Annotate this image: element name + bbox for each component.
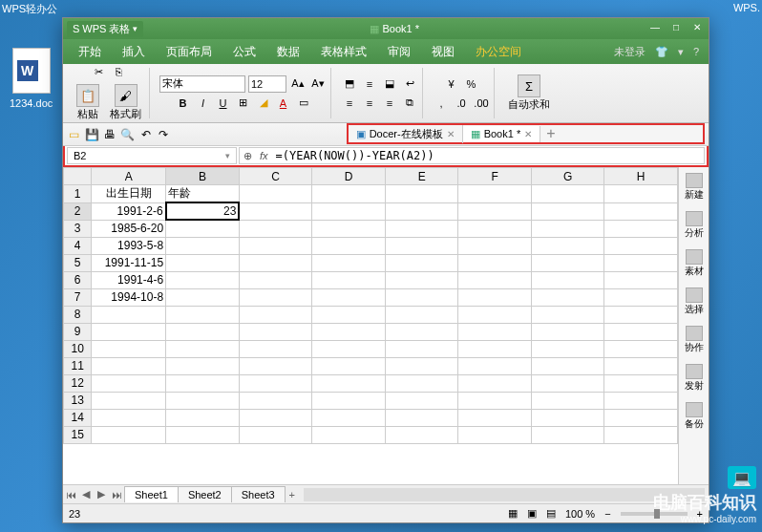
column-header[interactable]: B (166, 168, 240, 185)
italic-icon[interactable]: I (195, 95, 212, 112)
zoom-out-icon[interactable]: − (604, 508, 610, 520)
select-all-corner[interactable] (64, 168, 92, 185)
side-panel-item[interactable]: 新建 (683, 171, 706, 203)
side-panel-item[interactable]: 发射 (683, 362, 706, 394)
redo-icon[interactable]: ↷ (157, 126, 171, 143)
align-center-icon[interactable]: ≡ (361, 95, 378, 112)
cell[interactable] (604, 288, 678, 306)
print-icon[interactable]: 🖶 (103, 126, 117, 143)
cell[interactable] (458, 392, 531, 409)
cell[interactable] (458, 340, 531, 357)
cell[interactable] (239, 271, 312, 288)
cell[interactable] (92, 306, 166, 323)
format-painter-button[interactable]: 🖌 格式刷 (106, 82, 145, 123)
cell[interactable] (312, 237, 386, 254)
cell[interactable] (385, 288, 457, 306)
cell[interactable] (166, 306, 240, 323)
cell[interactable] (239, 357, 312, 374)
align-bottom-icon[interactable]: ⬓ (381, 75, 398, 93)
row-header[interactable]: 10 (64, 340, 92, 357)
menu-page-layout[interactable]: 页面布局 (157, 41, 222, 63)
cell[interactable] (92, 374, 166, 392)
cell[interactable] (239, 237, 312, 254)
cell[interactable]: 出生日期 (92, 185, 166, 203)
align-middle-icon[interactable]: ≡ (361, 75, 378, 93)
login-link[interactable]: 未登录 (610, 43, 649, 61)
increase-font-icon[interactable]: A▴ (289, 75, 307, 93)
cell[interactable] (531, 237, 604, 254)
row-header[interactable]: 5 (64, 254, 92, 271)
cell[interactable] (458, 237, 531, 254)
new-file-icon[interactable]: ▭ (67, 126, 81, 143)
menu-start[interactable]: 开始 (69, 41, 111, 63)
side-panel-item[interactable]: 分析 (683, 209, 706, 242)
column-header[interactable]: F (458, 168, 531, 185)
cell[interactable] (166, 288, 240, 306)
cell[interactable] (385, 306, 457, 323)
cell[interactable] (166, 409, 240, 426)
cell[interactable] (239, 185, 312, 203)
cell[interactable] (604, 271, 678, 288)
auto-sum-button[interactable]: Σ 自动求和 (504, 73, 554, 114)
cell[interactable] (531, 306, 604, 323)
save-icon[interactable]: 💾 (85, 126, 99, 143)
side-panel-item[interactable]: 协作 (683, 324, 706, 356)
cell[interactable] (458, 357, 531, 374)
cell[interactable] (604, 237, 678, 254)
cell[interactable] (604, 392, 678, 409)
row-header[interactable]: 6 (64, 271, 92, 288)
close-button[interactable]: ✕ (689, 22, 705, 35)
cell[interactable] (92, 392, 166, 409)
row-header[interactable]: 3 (64, 220, 92, 237)
cell[interactable] (166, 374, 240, 392)
cell[interactable] (604, 374, 678, 392)
cell[interactable]: 1991-11-15 (92, 254, 166, 271)
cell[interactable]: 1991-4-6 (92, 271, 166, 288)
cell[interactable] (92, 409, 166, 426)
cut-icon[interactable]: ✂ (91, 63, 108, 80)
menu-data[interactable]: 数据 (267, 41, 309, 63)
cell[interactable] (385, 271, 457, 288)
cell[interactable] (166, 271, 240, 288)
cell[interactable] (92, 357, 166, 374)
cell[interactable] (458, 254, 531, 271)
cell[interactable] (531, 271, 604, 288)
menu-formula[interactable]: 公式 (223, 41, 265, 63)
cell[interactable] (385, 185, 457, 203)
cell[interactable] (239, 306, 312, 323)
cell[interactable] (239, 288, 312, 306)
cell[interactable] (312, 271, 386, 288)
cell[interactable] (385, 409, 457, 426)
decrease-decimal-icon[interactable]: .00 (473, 95, 490, 112)
cell[interactable] (239, 426, 312, 443)
cell[interactable] (312, 409, 386, 426)
row-header[interactable]: 14 (64, 409, 92, 426)
cell[interactable] (312, 392, 386, 409)
view-page-icon[interactable]: ▣ (527, 507, 537, 520)
cell[interactable] (239, 254, 312, 271)
cell[interactable] (531, 426, 604, 443)
view-break-icon[interactable]: ▤ (546, 507, 556, 520)
cell[interactable] (604, 323, 678, 340)
close-icon[interactable]: ✕ (524, 129, 532, 139)
cell[interactable] (312, 185, 386, 203)
cell[interactable]: 1991-2-6 (92, 202, 166, 220)
doc-tab-docer[interactable]: ▣ Docer-在线模板 ✕ (349, 125, 463, 143)
undo-icon[interactable]: ↶ (138, 126, 153, 143)
cell[interactable] (604, 306, 678, 323)
zoom-formula-icon[interactable]: ⊕ (240, 150, 256, 162)
maximize-button[interactable]: □ (668, 22, 684, 35)
column-header[interactable]: G (531, 168, 604, 185)
cell[interactable] (458, 202, 531, 220)
cell[interactable] (458, 374, 531, 392)
cell[interactable] (531, 288, 604, 306)
cell[interactable] (312, 202, 386, 220)
comma-style-icon[interactable]: , (433, 95, 450, 112)
cell[interactable] (239, 220, 312, 237)
menu-view[interactable]: 视图 (422, 41, 464, 63)
paste-button[interactable]: 📋 粘贴 (73, 82, 103, 123)
cell[interactable] (531, 340, 604, 357)
align-right-icon[interactable]: ≡ (381, 95, 398, 112)
cell[interactable] (312, 357, 386, 374)
cell[interactable] (166, 220, 240, 237)
